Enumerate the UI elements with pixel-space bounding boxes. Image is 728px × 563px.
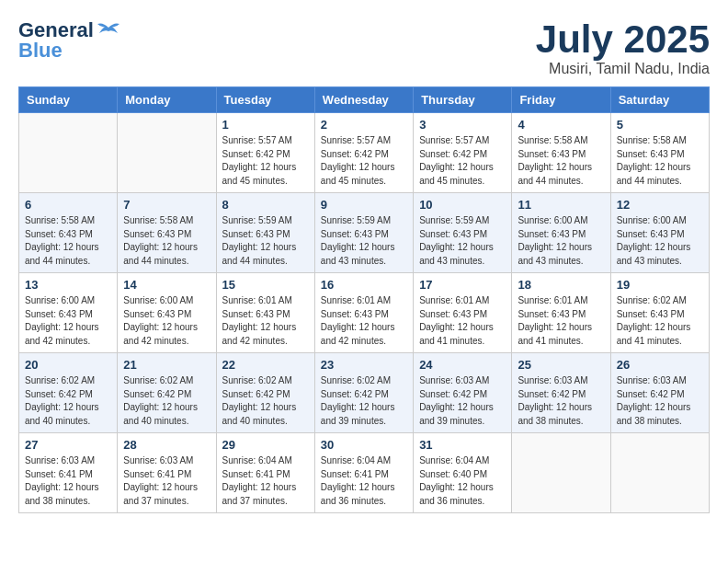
- day-cell: 20Sunrise: 6:02 AM Sunset: 6:42 PM Dayli…: [19, 353, 118, 433]
- day-cell: 25Sunrise: 6:03 AM Sunset: 6:42 PM Dayli…: [512, 353, 610, 433]
- day-number: 25: [518, 358, 604, 372]
- day-cell: 13Sunrise: 6:00 AM Sunset: 6:43 PM Dayli…: [19, 273, 118, 353]
- day-number: 8: [222, 198, 309, 212]
- day-number: 14: [123, 278, 210, 292]
- day-cell: 29Sunrise: 6:04 AM Sunset: 6:41 PM Dayli…: [216, 433, 314, 513]
- day-cell: [118, 113, 216, 193]
- day-number: 23: [321, 358, 407, 372]
- day-cell: 12Sunrise: 6:00 AM Sunset: 6:43 PM Dayli…: [610, 193, 709, 273]
- day-number: 20: [25, 358, 111, 372]
- day-cell: 10Sunrise: 5:59 AM Sunset: 6:43 PM Dayli…: [414, 193, 512, 273]
- day-info: Sunrise: 6:03 AM Sunset: 6:41 PM Dayligh…: [25, 454, 111, 508]
- day-info: Sunrise: 6:01 AM Sunset: 6:43 PM Dayligh…: [321, 294, 407, 348]
- day-number: 19: [617, 278, 703, 292]
- day-info: Sunrise: 6:02 AM Sunset: 6:42 PM Dayligh…: [123, 374, 210, 428]
- day-cell: 16Sunrise: 6:01 AM Sunset: 6:43 PM Dayli…: [314, 273, 413, 353]
- day-cell: 18Sunrise: 6:01 AM Sunset: 6:43 PM Dayli…: [512, 273, 610, 353]
- logo: General Blue: [18, 18, 121, 63]
- day-info: Sunrise: 5:58 AM Sunset: 6:43 PM Dayligh…: [123, 214, 210, 268]
- day-cell: 14Sunrise: 6:00 AM Sunset: 6:43 PM Dayli…: [118, 273, 216, 353]
- day-info: Sunrise: 6:02 AM Sunset: 6:42 PM Dayligh…: [321, 374, 407, 428]
- day-cell: 1Sunrise: 5:57 AM Sunset: 6:42 PM Daylig…: [216, 113, 314, 193]
- header-row: Sunday Monday Tuesday Wednesday Thursday…: [19, 87, 710, 113]
- day-cell: 9Sunrise: 5:59 AM Sunset: 6:43 PM Daylig…: [314, 193, 413, 273]
- day-info: Sunrise: 6:02 AM Sunset: 6:43 PM Dayligh…: [617, 294, 703, 348]
- day-number: 22: [222, 358, 309, 372]
- day-number: 7: [123, 198, 210, 212]
- day-number: 26: [617, 358, 703, 372]
- day-number: 5: [617, 118, 703, 132]
- calendar-table: Sunday Monday Tuesday Wednesday Thursday…: [18, 86, 710, 513]
- day-number: 24: [419, 358, 506, 372]
- week-row-2: 6Sunrise: 5:58 AM Sunset: 6:43 PM Daylig…: [19, 193, 710, 273]
- day-info: Sunrise: 6:00 AM Sunset: 6:43 PM Dayligh…: [123, 294, 210, 348]
- col-monday: Monday: [118, 87, 216, 113]
- day-number: 21: [123, 358, 210, 372]
- day-info: Sunrise: 5:57 AM Sunset: 6:42 PM Dayligh…: [321, 134, 407, 188]
- day-cell: 11Sunrise: 6:00 AM Sunset: 6:43 PM Dayli…: [512, 193, 610, 273]
- day-info: Sunrise: 6:03 AM Sunset: 6:41 PM Dayligh…: [123, 454, 210, 508]
- day-cell: 15Sunrise: 6:01 AM Sunset: 6:43 PM Dayli…: [216, 273, 314, 353]
- col-friday: Friday: [512, 87, 610, 113]
- day-info: Sunrise: 5:59 AM Sunset: 6:43 PM Dayligh…: [222, 214, 309, 268]
- day-info: Sunrise: 5:58 AM Sunset: 6:43 PM Dayligh…: [25, 214, 111, 268]
- day-cell: 7Sunrise: 5:58 AM Sunset: 6:43 PM Daylig…: [118, 193, 216, 273]
- day-number: 28: [123, 438, 210, 452]
- day-cell: 4Sunrise: 5:58 AM Sunset: 6:43 PM Daylig…: [512, 113, 610, 193]
- day-info: Sunrise: 5:59 AM Sunset: 6:43 PM Dayligh…: [419, 214, 506, 268]
- day-number: 30: [321, 438, 407, 452]
- col-sunday: Sunday: [19, 87, 118, 113]
- day-info: Sunrise: 5:57 AM Sunset: 6:42 PM Dayligh…: [419, 134, 506, 188]
- day-number: 11: [518, 198, 604, 212]
- day-info: Sunrise: 6:02 AM Sunset: 6:42 PM Dayligh…: [222, 374, 309, 428]
- day-cell: 26Sunrise: 6:03 AM Sunset: 6:42 PM Dayli…: [610, 353, 709, 433]
- day-number: 18: [518, 278, 604, 292]
- day-number: 2: [321, 118, 407, 132]
- day-cell: 19Sunrise: 6:02 AM Sunset: 6:43 PM Dayli…: [610, 273, 709, 353]
- day-cell: 30Sunrise: 6:04 AM Sunset: 6:41 PM Dayli…: [314, 433, 413, 513]
- week-row-5: 27Sunrise: 6:03 AM Sunset: 6:41 PM Dayli…: [19, 433, 710, 513]
- day-info: Sunrise: 6:00 AM Sunset: 6:43 PM Dayligh…: [518, 214, 604, 268]
- day-number: 4: [518, 118, 604, 132]
- day-number: 16: [321, 278, 407, 292]
- title-section: July 2025 Musiri, Tamil Nadu, India: [536, 18, 710, 77]
- day-info: Sunrise: 5:58 AM Sunset: 6:43 PM Dayligh…: [518, 134, 604, 188]
- day-cell: 8Sunrise: 5:59 AM Sunset: 6:43 PM Daylig…: [216, 193, 314, 273]
- day-number: 31: [419, 438, 506, 452]
- day-number: 17: [419, 278, 506, 292]
- day-number: 15: [222, 278, 309, 292]
- logo-bird-icon: [96, 20, 121, 40]
- col-wednesday: Wednesday: [314, 87, 413, 113]
- day-number: 3: [419, 118, 506, 132]
- day-info: Sunrise: 6:00 AM Sunset: 6:43 PM Dayligh…: [617, 214, 703, 268]
- col-thursday: Thursday: [414, 87, 512, 113]
- col-saturday: Saturday: [610, 87, 709, 113]
- page-header: General Blue July 2025 Musiri, Tamil Nad…: [18, 18, 710, 77]
- day-info: Sunrise: 6:04 AM Sunset: 6:41 PM Dayligh…: [222, 454, 309, 508]
- col-tuesday: Tuesday: [216, 87, 314, 113]
- day-cell: [610, 433, 709, 513]
- day-info: Sunrise: 6:01 AM Sunset: 6:43 PM Dayligh…: [222, 294, 309, 348]
- day-cell: 27Sunrise: 6:03 AM Sunset: 6:41 PM Dayli…: [19, 433, 118, 513]
- day-cell: 2Sunrise: 5:57 AM Sunset: 6:42 PM Daylig…: [314, 113, 413, 193]
- day-info: Sunrise: 5:57 AM Sunset: 6:42 PM Dayligh…: [222, 134, 309, 188]
- day-number: 29: [222, 438, 309, 452]
- calendar-title: July 2025: [536, 18, 710, 61]
- day-info: Sunrise: 6:02 AM Sunset: 6:42 PM Dayligh…: [25, 374, 111, 428]
- day-cell: [512, 433, 610, 513]
- day-cell: 24Sunrise: 6:03 AM Sunset: 6:42 PM Dayli…: [414, 353, 512, 433]
- day-cell: [19, 113, 118, 193]
- day-number: 12: [617, 198, 703, 212]
- day-cell: 31Sunrise: 6:04 AM Sunset: 6:40 PM Dayli…: [414, 433, 512, 513]
- day-number: 9: [321, 198, 407, 212]
- day-info: Sunrise: 6:00 AM Sunset: 6:43 PM Dayligh…: [25, 294, 111, 348]
- day-number: 27: [25, 438, 111, 452]
- week-row-3: 13Sunrise: 6:00 AM Sunset: 6:43 PM Dayli…: [19, 273, 710, 353]
- day-cell: 6Sunrise: 5:58 AM Sunset: 6:43 PM Daylig…: [19, 193, 118, 273]
- day-cell: 3Sunrise: 5:57 AM Sunset: 6:42 PM Daylig…: [414, 113, 512, 193]
- day-info: Sunrise: 6:03 AM Sunset: 6:42 PM Dayligh…: [617, 374, 703, 428]
- week-row-4: 20Sunrise: 6:02 AM Sunset: 6:42 PM Dayli…: [19, 353, 710, 433]
- day-cell: 21Sunrise: 6:02 AM Sunset: 6:42 PM Dayli…: [118, 353, 216, 433]
- day-info: Sunrise: 6:04 AM Sunset: 6:41 PM Dayligh…: [321, 454, 407, 508]
- calendar-subtitle: Musiri, Tamil Nadu, India: [536, 61, 710, 77]
